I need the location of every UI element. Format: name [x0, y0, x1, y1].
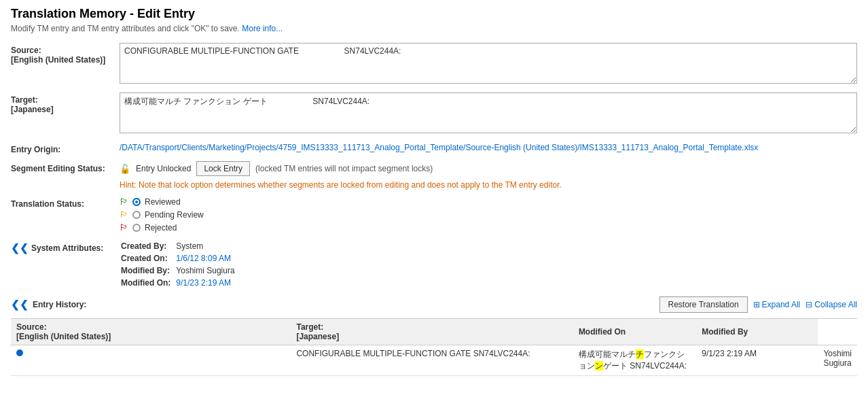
entry-origin-row: Entry Origin: /DATA/Transport/Clients/Ma… — [11, 142, 857, 154]
hint-text: Hint: Note that lock option determines w… — [120, 180, 857, 190]
page-title: Translation Memory - Edit Entry — [11, 7, 857, 21]
radio-rejected: 🏳 Rejected — [120, 222, 857, 233]
radio-pending: 🏳 Pending Review — [120, 209, 857, 220]
target-label: Target: [Japanese] — [11, 92, 120, 114]
target-textarea[interactable]: 構成可能マルチ ファンクション ゲート SN74LVC244A: — [120, 92, 857, 133]
modified-on-label: Modified On: — [121, 277, 175, 288]
entry-history-toggle-icon[interactable]: ❮❮ — [11, 298, 29, 311]
translation-status-content: 🏳 Reviewed 🏳 Pending Review 🏳 Rejected — [120, 197, 857, 233]
history-modified-on-cell: 9/1/23 2:19 AM — [696, 345, 818, 376]
translation-status-label: Translation Status: — [11, 197, 120, 209]
translation-radio-group: 🏳 Reviewed 🏳 Pending Review 🏳 Rejected — [120, 197, 857, 233]
source-textarea[interactable]: CONFIGURABLE MULTIPLE-FUNCTION GATE SN74… — [120, 43, 857, 84]
system-attributes-toggle-icon[interactable]: ❮❮ — [11, 242, 29, 254]
entry-origin-label: Entry Origin: — [11, 142, 120, 154]
source-content: CONFIGURABLE MULTIPLE-FUNCTION GATE SN74… — [120, 43, 857, 86]
highlight-2: ン — [595, 361, 603, 371]
translation-status-row: Translation Status: 🏳 Reviewed 🏳 Pending… — [11, 197, 857, 233]
subtitle: Modify TM entry and TM entry attributes … — [11, 24, 857, 33]
rejected-label: Rejected — [145, 223, 177, 233]
entry-origin-link[interactable]: /DATA/Transport/Clients/Marketing/Projec… — [120, 143, 758, 152]
collapse-all-link[interactable]: ⊟ Collapse All — [806, 300, 857, 309]
target-row: Target: [Japanese] 構成可能マルチ ファンクション ゲート S… — [11, 92, 857, 135]
history-target-cell: 構成可能マルチチファンクションンゲート SN74LVC244A: — [573, 345, 696, 376]
created-on-label: Created On: — [121, 253, 175, 264]
source-row: Source: [English (United States)] CONFIG… — [11, 43, 857, 86]
expand-all-icon: ⊞ — [753, 300, 760, 309]
more-info-link[interactable]: More info... — [242, 24, 283, 33]
row-selected-dot[interactable] — [16, 349, 23, 356]
segment-editing-label: Segment Editing Status: — [11, 161, 120, 173]
history-table: Source: [English (United States)] Target… — [11, 318, 857, 376]
entry-origin-value: /DATA/Transport/Clients/Marketing/Projec… — [120, 142, 857, 152]
lock-note: (locked TM entries will not impact segme… — [255, 164, 433, 173]
modified-on-value: 9/1/23 2:19 AM — [176, 277, 234, 288]
history-table-header: Source: [English (United States)] Target… — [11, 319, 857, 345]
history-table-row: CONFIGURABLE MULTIPLE-FUNCTION GATE SN74… — [11, 345, 857, 376]
entry-unlocked-text: Entry Unlocked — [136, 164, 191, 173]
created-by-value: System — [176, 241, 234, 252]
segment-editing-row: Segment Editing Status: 🔓 Entry Unlocked… — [11, 161, 857, 190]
created-on-row: Created On: 1/6/12 8:09 AM — [121, 253, 235, 264]
col-target-header: Target: [Japanese] — [291, 319, 573, 345]
system-attributes-content: Created By: System Created On: 1/6/12 8:… — [120, 239, 857, 290]
highlight-1: チ — [636, 349, 644, 359]
modified-by-row: Modified By: Yoshimi Sugiura — [121, 265, 235, 276]
lock-icon: 🔓 — [120, 164, 130, 174]
collapse-all-icon: ⊟ — [806, 300, 812, 309]
pending-label: Pending Review — [145, 210, 204, 220]
history-row-selector — [11, 345, 291, 376]
modified-on-row: Modified On: 9/1/23 2:19 AM — [121, 277, 235, 288]
target-content: 構成可能マルチ ファンクション ゲート SN74LVC244A: — [120, 92, 857, 135]
segment-editing-content: 🔓 Entry Unlocked Lock Entry (locked TM e… — [120, 161, 857, 190]
created-by-row: Created By: System — [121, 241, 235, 252]
restore-translation-button[interactable]: Restore Translation — [659, 296, 748, 313]
modified-by-label: Modified By: — [121, 265, 175, 276]
history-modified-by-cell: Yoshimi Sugiura — [818, 345, 857, 376]
modified-by-value: Yoshimi Sugiura — [176, 265, 234, 276]
system-attributes-table: Created By: System Created On: 1/6/12 8:… — [120, 239, 236, 290]
rejected-flag-icon: 🏳 — [120, 222, 128, 233]
created-on-value: 1/6/12 8:09 AM — [176, 253, 234, 264]
entry-history-label: ❮❮ Entry History: — [11, 298, 86, 311]
created-by-label: Created By: — [121, 241, 175, 252]
pending-radio[interactable] — [132, 210, 141, 220]
col-modified-on-header: Modified On — [573, 319, 696, 345]
segment-status-row: 🔓 Entry Unlocked Lock Entry (locked TM e… — [120, 161, 857, 176]
source-label: Source: [English (United States)] — [11, 43, 120, 65]
expand-all-link[interactable]: ⊞ Expand All — [753, 300, 801, 309]
history-source-cell: CONFIGURABLE MULTIPLE-FUNCTION GATE SN74… — [291, 345, 573, 376]
history-actions: Restore Translation ⊞ Expand All ⊟ Colla… — [659, 296, 857, 313]
pending-flag-icon: 🏳 — [120, 209, 128, 220]
system-attributes-row: ❮❮ System Attributes: Created By: System… — [11, 239, 857, 290]
reviewed-label: Reviewed — [145, 197, 181, 207]
entry-history-bar: ❮❮ Entry History: Restore Translation ⊞ … — [11, 296, 857, 313]
system-attributes-label: ❮❮ System Attributes: — [11, 239, 120, 254]
reviewed-flag-icon: 🏳 — [120, 197, 128, 207]
col-source-header: Source: [English (United States)] — [11, 319, 291, 345]
reviewed-radio[interactable] — [132, 197, 141, 207]
lock-entry-button[interactable]: Lock Entry — [196, 161, 250, 176]
col-modified-by-header: Modified By — [696, 319, 818, 345]
rejected-radio[interactable] — [132, 223, 141, 233]
radio-reviewed: 🏳 Reviewed — [120, 197, 857, 207]
